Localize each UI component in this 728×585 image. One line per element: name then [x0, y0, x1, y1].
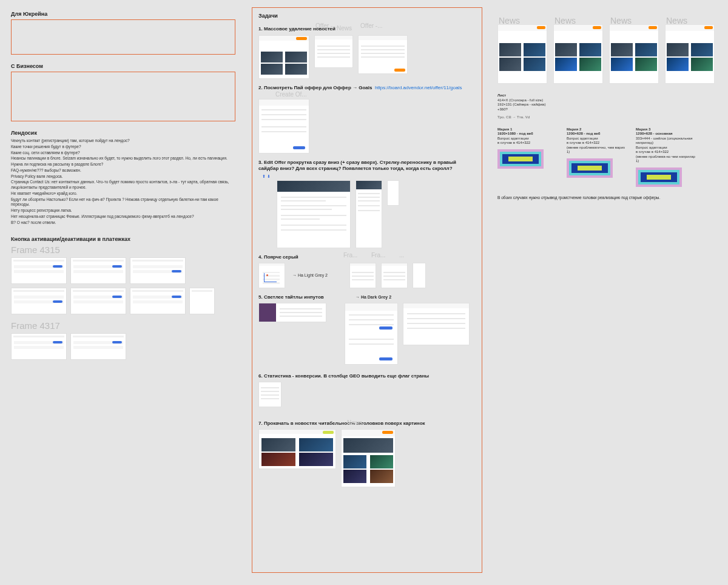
activation-button-title: Кнопка активации/деактивации в платежках [11, 236, 235, 242]
tasks-title: Задачи [258, 13, 476, 19]
payment-thumb[interactable] [11, 288, 67, 314]
frame-4315-grid[interactable] [11, 257, 235, 314]
screenshot[interactable] [314, 35, 353, 68]
screenshot[interactable] [403, 303, 470, 345]
task-2-link[interactable]: https://board.advendor.net/offer/11/goal… [375, 85, 462, 90]
payment-thumb-small[interactable] [189, 288, 215, 314]
screenshot[interactable] [413, 263, 426, 288]
task-3: 3. Edit Offer прокрутка сразу вниз (+ ср… [258, 160, 476, 172]
screenshot[interactable] [387, 180, 399, 206]
frame-4315-label: Frame 4315 [11, 245, 235, 255]
news-variants-row: News News News [497, 24, 719, 84]
ghost-offer-label: Offer -... [315, 22, 338, 29]
payment-thumb[interactable] [70, 333, 126, 360]
screenshot[interactable] [358, 35, 408, 74]
landos-notes: Чекнуть контакт (регистранции) там, кото… [11, 138, 235, 225]
screenshot[interactable] [381, 263, 408, 288]
payment-thumb[interactable] [130, 257, 186, 284]
swatch-icon [636, 167, 682, 187]
landos-title: Лендосик [11, 130, 235, 136]
ghost-fra-label: Fra... [371, 252, 385, 259]
left-column: Для Юкрейна С Бизнесом Лендосик Чекнуть … [11, 11, 235, 360]
ghost-news-label: News [337, 25, 352, 32]
frame-4317-label: Frame 4317 [11, 320, 235, 331]
ghost-fra-label: Fra... [343, 252, 357, 259]
task-4: 4. Поярче серый [258, 254, 476, 260]
task-7: 7. Прокачать в новостях читабельность за… [258, 421, 476, 427]
ghost-offer-label: Offer -... [360, 22, 383, 29]
variant-1: Мария 1 1920×1080 - под веб Вопрос адапт… [497, 124, 558, 187]
swatch-icon [567, 158, 613, 178]
news-card[interactable] [609, 24, 659, 84]
figma-canvas[interactable]: Для Юкрейна С Бизнесом Лендосик Чекнуть … [0, 0, 728, 585]
section-ukraine-title: Для Юкрейна [11, 11, 235, 17]
screenshot[interactable] [258, 429, 336, 469]
screenshot[interactable] [258, 99, 309, 154]
task-5-note: → На Dark Grey 2 [356, 295, 391, 299]
list-block: Лист 414×X (Стопсера - full size) 192×13… [497, 93, 719, 120]
payment-thumb[interactable] [70, 288, 126, 314]
news-card[interactable] [665, 24, 715, 84]
news-card[interactable] [497, 24, 547, 84]
frame-4317-grid[interactable] [11, 333, 235, 360]
variants-row: Мария 1 1920×1080 - под веб Вопрос адапт… [497, 124, 719, 187]
right-footer-note: В обоих случаях нужно отрывюд громстчени… [497, 195, 719, 200]
screenshot[interactable] [341, 429, 396, 487]
task-6: 6. Статистика - конверсии. В столбце GEO… [258, 373, 476, 379]
task-2: 2. Посмотреть Пай оффер для Оффер → Goal… [258, 85, 476, 91]
frame-ukraine[interactable] [11, 19, 235, 55]
screenshot[interactable] [277, 180, 351, 248]
screenshot[interactable] [349, 263, 376, 288]
screenshot[interactable] [258, 263, 285, 288]
screenshot[interactable] [258, 35, 309, 79]
screenshot[interactable] [258, 303, 326, 322]
screenshot[interactable] [356, 180, 382, 248]
task-1-shots [258, 35, 476, 79]
ghost-news-label: News [347, 419, 362, 426]
payment-thumb[interactable] [70, 257, 126, 284]
payment-thumb[interactable] [11, 333, 67, 360]
news-card[interactable] [553, 24, 603, 84]
task-4-note: → На Light Grey 2 [292, 273, 328, 277]
task-5: 5. Светлее тайтлы инпутов → На Dark Grey… [258, 294, 476, 300]
tasks-frame[interactable]: Задачи Offer -... Offer -... 1. Массовое… [252, 7, 482, 573]
section-business-title: С Бизнесом [11, 63, 235, 69]
frame-business[interactable] [11, 72, 235, 121]
scroll-icons: ⬆ ⬇ [262, 174, 476, 179]
swatch-icon [497, 149, 544, 169]
screenshot[interactable] [345, 303, 398, 365]
payment-thumb[interactable] [11, 257, 67, 284]
payment-thumb[interactable] [130, 288, 186, 314]
right-column: News News News [497, 24, 719, 200]
screenshot[interactable] [258, 382, 281, 407]
variant-3: Мария 3 1200×628 - основная 333×444 - ше… [636, 124, 696, 187]
ghost-dots: ... [399, 252, 404, 259]
ghost-create-label: Create Of... [275, 91, 476, 98]
variant-2: Мария 2 1200×628 - под веб Вопрос адапта… [567, 124, 627, 187]
